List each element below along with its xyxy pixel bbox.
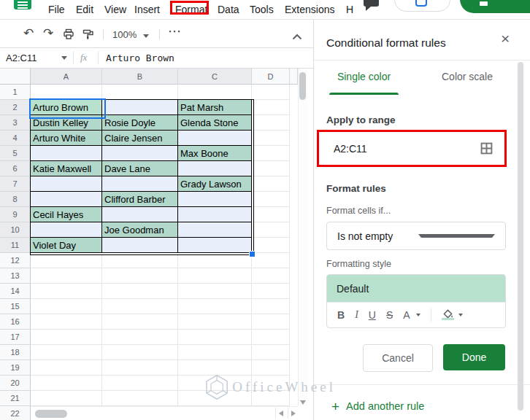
cell-D8[interactable]: [252, 192, 290, 207]
cell-C20[interactable]: [178, 376, 252, 391]
spreadsheet-grid[interactable]: ABCD12Arturo BrownPat Marsh3Dustin Kelle…: [0, 69, 298, 420]
cell-B19[interactable]: [102, 360, 178, 376]
scroll-left-arrow-icon[interactable]: [279, 411, 283, 416]
scroll-down-arrow-icon[interactable]: [300, 400, 306, 405]
cell-B9[interactable]: [102, 207, 178, 222]
cell-B15[interactable]: [102, 299, 178, 314]
column-header-A[interactable]: A: [31, 69, 102, 85]
vertical-scrollbar-thumb[interactable]: [299, 72, 306, 100]
row-header-19[interactable]: 19: [0, 360, 31, 376]
cell-C5[interactable]: Max Boone: [178, 146, 252, 161]
fill-color-icon[interactable]: [442, 309, 454, 320]
cell-A7[interactable]: [31, 176, 102, 192]
cell-C13[interactable]: [178, 268, 252, 284]
cell-A2[interactable]: Arturo Brown: [31, 100, 102, 115]
menu-extensions[interactable]: Extensions: [285, 4, 334, 15]
cell-C14[interactable]: [178, 284, 252, 299]
cell-C8[interactable]: [178, 192, 252, 207]
text-color-icon[interactable]: A: [403, 309, 410, 321]
name-box-caret-icon[interactable]: [61, 56, 67, 60]
cancel-button[interactable]: Cancel: [363, 344, 433, 372]
cell-C4[interactable]: [178, 131, 252, 146]
cell-A4[interactable]: Arturo White: [31, 131, 102, 146]
menu-h[interactable]: H: [346, 4, 353, 15]
cell-B7[interactable]: [102, 176, 178, 192]
grid-corner-box[interactable]: [0, 69, 31, 85]
cell-B6[interactable]: Dave Lane: [102, 161, 178, 176]
undo-icon[interactable]: ↶: [23, 27, 34, 40]
comments-icon[interactable]: [364, 0, 379, 7]
cell-C18[interactable]: [178, 345, 252, 360]
cell-B17[interactable]: [102, 330, 178, 345]
row-header-3[interactable]: 3: [0, 115, 31, 131]
cell-B4[interactable]: Claire Jensen: [102, 131, 178, 146]
cell-B12[interactable]: [102, 253, 178, 268]
cell-A13[interactable]: [31, 268, 102, 284]
row-header-21[interactable]: 21: [0, 391, 31, 406]
select-data-range-grid-icon[interactable]: [480, 142, 493, 155]
close-panel-icon[interactable]: ×: [501, 30, 510, 47]
row-header-12[interactable]: 12: [0, 253, 31, 268]
cell-C1[interactable]: [178, 85, 252, 100]
row-header-2[interactable]: 2: [0, 100, 31, 115]
cell-D6[interactable]: [252, 161, 290, 176]
cell-A11[interactable]: Violet Day: [31, 238, 102, 253]
cell-D5[interactable]: [252, 146, 290, 161]
cell-A10[interactable]: [31, 222, 102, 238]
strikethrough-icon[interactable]: S: [386, 309, 393, 321]
cell-D12[interactable]: [252, 253, 290, 268]
row-header-8[interactable]: 8: [0, 192, 31, 207]
column-header-B[interactable]: B: [102, 69, 178, 85]
row-header-15[interactable]: 15: [0, 299, 31, 314]
cell-B2[interactable]: [102, 100, 178, 115]
menu-edit[interactable]: Edit: [76, 4, 93, 15]
cell-C12[interactable]: [178, 253, 252, 268]
cell-D15[interactable]: [252, 299, 290, 314]
cell-C19[interactable]: [178, 360, 252, 376]
cell-D16[interactable]: [252, 314, 290, 330]
cell-C7[interactable]: Grady Lawson: [178, 176, 252, 192]
cell-D3[interactable]: [252, 115, 290, 131]
row-header-6[interactable]: 6: [0, 161, 31, 176]
tab-single-color[interactable]: Single color: [329, 61, 399, 93]
cell-A6[interactable]: Katie Maxwell: [31, 161, 102, 176]
scroll-right-arrow-icon[interactable]: [291, 411, 296, 416]
cell-A17[interactable]: [31, 330, 102, 345]
cell-D11[interactable]: [252, 238, 290, 253]
bold-icon[interactable]: B: [337, 309, 345, 321]
formula-input[interactable]: Arturo Brown: [106, 52, 174, 63]
cell-C16[interactable]: [178, 314, 252, 330]
zoom-level[interactable]: 100%: [112, 29, 137, 40]
tab-color-scale[interactable]: Color scale: [431, 61, 504, 93]
cell-A15[interactable]: [31, 299, 102, 314]
cell-C15[interactable]: [178, 299, 252, 314]
range-input[interactable]: A2:C11: [334, 143, 480, 155]
cell-B14[interactable]: [102, 284, 178, 299]
redo-icon[interactable]: ↷: [43, 27, 53, 40]
cell-C11[interactable]: [178, 238, 252, 253]
text-color-caret-icon[interactable]: [416, 314, 420, 316]
cell-D1[interactable]: [252, 85, 290, 100]
cell-A21[interactable]: [31, 391, 102, 406]
row-header-13[interactable]: 13: [0, 268, 31, 284]
cell-A14[interactable]: [31, 284, 102, 299]
cell-C2[interactable]: Pat Marsh: [178, 100, 252, 115]
done-button[interactable]: Done: [443, 344, 505, 370]
vertical-scrollbar[interactable]: [298, 69, 307, 406]
selection-fill-handle[interactable]: [249, 251, 256, 257]
cell-D10[interactable]: [252, 222, 290, 238]
share-button[interactable]: [460, 0, 530, 13]
row-header-9[interactable]: 9: [0, 207, 31, 222]
cell-D13[interactable]: [252, 268, 290, 284]
cell-B13[interactable]: [102, 268, 178, 284]
cell-D14[interactable]: [252, 284, 290, 299]
collapse-toolbar-icon[interactable]: [292, 30, 302, 43]
cell-A12[interactable]: [31, 253, 102, 268]
condition-dropdown[interactable]: Is not empty: [326, 222, 506, 250]
cell-A8[interactable]: [31, 192, 102, 207]
zoom-caret-icon[interactable]: [143, 34, 149, 38]
cell-D19[interactable]: [252, 360, 290, 376]
panel-scrollbar-thumb[interactable]: [518, 62, 523, 411]
row-header-5[interactable]: 5: [0, 146, 31, 161]
cell-B8[interactable]: Clifford Barber: [102, 192, 178, 207]
